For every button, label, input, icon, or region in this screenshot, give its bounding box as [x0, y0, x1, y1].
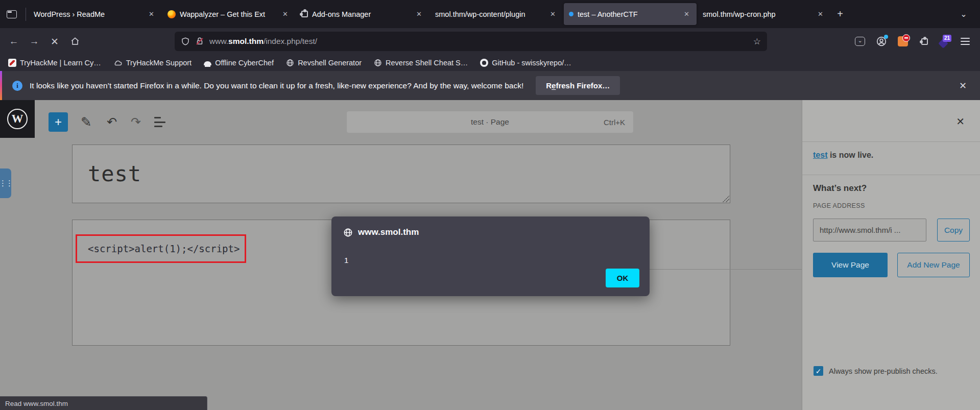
- navigation-toolbar: ← → ✕ www.smol.thm/index.php/test/ ☆ ⌄ 2…: [0, 28, 980, 55]
- bookmark-cyberchef[interactable]: Offline CyberChef: [204, 59, 274, 67]
- close-tab-icon[interactable]: ✕: [280, 9, 290, 19]
- page-title-block[interactable]: test: [72, 144, 730, 203]
- tab-bar: WordPress › ReadMe ✕ Wappalyzer – Get th…: [0, 0, 980, 28]
- page-address-input[interactable]: [813, 219, 926, 242]
- prepublish-checkbox-label: Always show pre-publish checks.: [829, 367, 938, 375]
- wappalyzer-extension-button[interactable]: [895, 34, 911, 49]
- page-content-dimmed: W + ✎ ↶ ↷ test · Page Ctrl+K test <scrip…: [0, 100, 980, 410]
- url-path: /index.php/test/: [264, 37, 317, 45]
- insecure-lock-icon[interactable]: [195, 37, 204, 46]
- javascript-alert-dialog: www.smol.thm 1 OK: [331, 216, 650, 296]
- tab-addons-manager[interactable]: Add-ons Manager ✕: [296, 3, 429, 25]
- bookmark-label: Offline CyberChef: [215, 59, 274, 67]
- firefox-view-button[interactable]: [0, 3, 23, 25]
- tracking-shield-icon[interactable]: [181, 37, 190, 46]
- redo-button[interactable]: ↷: [126, 112, 146, 132]
- bookmark-tryhackme[interactable]: TryHackMe | Learn Cy…: [8, 59, 101, 67]
- stop-button[interactable]: ✕: [46, 33, 63, 50]
- document-overview-button[interactable]: [154, 117, 166, 127]
- tab-test-anotherctf-active[interactable]: test – AnotherCTF ✕: [564, 3, 697, 25]
- xss-payload-code: <script>alert(1);</script>: [77, 243, 240, 254]
- alert-ok-button[interactable]: OK: [606, 269, 639, 287]
- bookmark-revshell-generator[interactable]: Revshell Generator: [286, 59, 362, 67]
- notification-message: It looks like you haven’t started Firefo…: [30, 81, 523, 90]
- addon-puzzle-icon: [301, 11, 308, 17]
- globe-icon: [374, 59, 382, 67]
- account-button[interactable]: [874, 34, 889, 49]
- tab-wordpress-readme[interactable]: WordPress › ReadMe ✕: [29, 3, 161, 25]
- url-text[interactable]: www.smol.thm/index.php/test/: [209, 37, 748, 46]
- github-icon: [480, 59, 488, 67]
- firefox-view-icon: [7, 10, 17, 18]
- tab-label: test – AnotherCTF: [578, 10, 678, 18]
- status-bar: Read www.smol.thm: [0, 396, 207, 410]
- document-title-bar[interactable]: test · Page Ctrl+K: [347, 111, 633, 133]
- url-bar[interactable]: www.smol.thm/index.php/test/ ☆: [175, 32, 767, 51]
- tab-label: Add-ons Manager: [312, 10, 410, 18]
- back-button[interactable]: ←: [5, 33, 22, 50]
- new-tab-button[interactable]: +: [831, 5, 849, 23]
- bookmark-label: TryHackMe Support: [126, 59, 192, 67]
- wordpress-logo-icon: W: [7, 109, 28, 129]
- block-inserter-button[interactable]: +: [49, 112, 68, 132]
- url-www: www.: [209, 37, 228, 45]
- tab-label: smol.thm/wp-cron.php: [703, 10, 811, 18]
- bookmark-github-swisskyrepo[interactable]: GitHub - swisskyrepo/…: [480, 59, 571, 67]
- wordpress-logo-button[interactable]: W: [0, 100, 35, 138]
- close-tab-icon[interactable]: ✕: [414, 9, 424, 19]
- close-tab-icon[interactable]: ✕: [147, 9, 156, 19]
- app-menu-button[interactable]: [958, 34, 973, 49]
- home-button[interactable]: [66, 33, 84, 50]
- close-tab-icon[interactable]: ✕: [548, 9, 558, 19]
- live-status-suffix: is now live.: [827, 151, 873, 159]
- undo-button[interactable]: ↶: [102, 112, 122, 132]
- tab-label: smol.thm/wp-content/plugin: [435, 10, 544, 18]
- alert-message: 1: [344, 256, 348, 264]
- tab-wp-cron[interactable]: smol.thm/wp-cron.php ✕: [698, 3, 830, 25]
- sidebar-divider: [802, 141, 980, 142]
- tab-wp-content-plugin[interactable]: smol.thm/wp-content/plugin ✕: [430, 3, 563, 25]
- add-new-page-button[interactable]: Add New Page: [897, 253, 970, 277]
- home-icon: [70, 36, 80, 46]
- bookmark-tryhackme-support[interactable]: TryHackMe Support: [113, 59, 192, 67]
- command-palette-shortcut: Ctrl+K: [604, 118, 625, 127]
- extension-badge-button[interactable]: 21: [938, 35, 951, 48]
- info-icon: i: [12, 81, 22, 91]
- tab-separator: [26, 8, 26, 21]
- close-tab-icon[interactable]: ✕: [682, 9, 691, 19]
- account-notification-dot: [884, 35, 888, 39]
- close-tab-icon[interactable]: ✕: [816, 9, 825, 19]
- firefox-favicon: [168, 10, 176, 18]
- live-status-text: test is now live.: [813, 151, 873, 160]
- resize-grip-icon[interactable]: [723, 196, 729, 202]
- live-page-link[interactable]: test: [813, 151, 827, 159]
- tab-wappalyzer[interactable]: Wappalyzer – Get this Ext ✕: [162, 3, 295, 25]
- hamburger-menu-icon: [961, 38, 970, 45]
- tab-label: WordPress › ReadMe: [34, 10, 142, 18]
- globe-icon: [343, 228, 353, 237]
- edit-tool-button[interactable]: ✎: [77, 112, 96, 132]
- clipboard-drag-handle[interactable]: ⋮⋮: [0, 168, 11, 198]
- alert-origin: www.smol.thm: [358, 227, 419, 237]
- notification-close-button[interactable]: ✕: [955, 78, 971, 93]
- bookmark-reverse-shell-cheatsheet[interactable]: Reverse Shell Cheat S…: [374, 59, 468, 67]
- notification-accent-stripe: [0, 71, 2, 100]
- forward-button[interactable]: →: [26, 33, 43, 50]
- list-all-tabs-button[interactable]: ⌄: [954, 5, 973, 23]
- checked-checkbox-icon[interactable]: ✓: [814, 366, 823, 376]
- view-page-button[interactable]: View Page: [813, 253, 888, 277]
- wappalyzer-icon: [898, 36, 908, 46]
- refresh-firefox-button[interactable]: Refresh Firefox…: [536, 76, 620, 95]
- globe-icon: [286, 59, 294, 67]
- sidebar-close-button[interactable]: ✕: [956, 115, 965, 128]
- url-domain: smol.thm: [228, 37, 264, 45]
- drag-dots-icon: ⋮⋮: [0, 179, 12, 188]
- refresh-firefox-notification-bar: i It looks like you haven’t started Fire…: [0, 71, 980, 100]
- alert-header: www.smol.thm: [343, 227, 419, 237]
- copy-button[interactable]: Copy: [937, 219, 970, 242]
- chef-hat-icon: [204, 61, 211, 65]
- extensions-button[interactable]: [917, 34, 932, 49]
- bookmark-star-icon[interactable]: ☆: [753, 36, 761, 47]
- pocket-button[interactable]: ⌄: [852, 34, 868, 49]
- prepublish-checkbox-row[interactable]: ✓ Always show pre-publish checks.: [814, 366, 938, 376]
